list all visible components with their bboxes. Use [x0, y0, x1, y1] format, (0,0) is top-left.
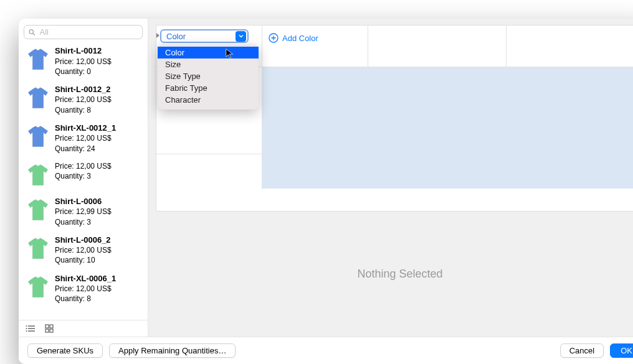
product-name: Shirt-L-0006: [55, 196, 112, 207]
add-color-label: Add Color: [282, 34, 318, 43]
shirt-icon: [25, 274, 51, 301]
sidebar-bottom: [19, 320, 148, 337]
product-price: Price: 12,00 US$: [55, 284, 116, 294]
shirt-icon: [25, 124, 51, 150]
svg-rect-8: [45, 325, 49, 328]
product-name: Shirt-L-0012_2: [55, 84, 112, 95]
apply-quantities-button[interactable]: Apply Remaining Quantities…: [109, 343, 236, 358]
svg-point-6: [26, 328, 27, 329]
product-item[interactable]: Shirt-L-0012Price: 12,00 US$Quantity: 0: [21, 43, 145, 82]
grid-footer-left: [156, 154, 262, 189]
dropdown-selected-label: Color: [166, 32, 186, 41]
shirt-icon: [25, 162, 51, 189]
shirt-icon: [25, 85, 51, 111]
dialog-window: Shirt-L-0012Price: 12,00 US$Quantity: 0S…: [19, 19, 633, 364]
product-quantity: Quantity: 8: [55, 105, 112, 115]
svg-point-0: [29, 29, 33, 33]
product-item[interactable]: Shirt-XL-0012_1Price: 12,00 US$Quantity:…: [21, 120, 145, 159]
product-info: Shirt-L-0006Price: 12,99 US$Quantity: 3: [55, 196, 112, 227]
grid-footer-selection[interactable]: [262, 154, 633, 189]
dropdown-option[interactable]: Fabric Type: [158, 82, 259, 94]
grid-header-spacer-2: [507, 26, 634, 67]
grid-header-spacer-1: [368, 26, 507, 67]
product-price: Price: 12,00 US$: [55, 95, 112, 105]
product-item[interactable]: Price: 12,00 US$Quantity: 3: [21, 159, 145, 194]
dropdown-option[interactable]: Size Type: [158, 70, 259, 82]
product-price: Price: 12,00 US$: [55, 57, 112, 67]
search-input[interactable]: [40, 27, 138, 37]
dropdown-option[interactable]: Character: [158, 94, 259, 106]
triangle-icon: [156, 33, 159, 38]
grid-row-header: Color ColorSizeSize TypeFabric TypeChara…: [156, 26, 633, 67]
svg-rect-9: [50, 325, 53, 328]
add-color-button[interactable]: Add Color: [269, 33, 318, 43]
product-info: Price: 12,00 US$Quantity: 3: [55, 161, 112, 181]
search-box[interactable]: [24, 25, 143, 39]
attribute-dropdown-cell: Color ColorSizeSize TypeFabric TypeChara…: [156, 26, 262, 67]
footer: Generate SKUs Apply Remaining Quantities…: [19, 337, 633, 364]
nothing-selected-label: Nothing Selected: [357, 268, 442, 281]
shirt-icon: [25, 197, 51, 223]
variant-grid: Color ColorSizeSize TypeFabric TypeChara…: [156, 25, 633, 212]
search-icon: [28, 28, 36, 37]
product-price: Price: 12,00 US$: [55, 245, 112, 255]
sidebar: Shirt-L-0012Price: 12,00 US$Quantity: 0S…: [19, 19, 148, 337]
product-info: Shirt-XL-0012_1Price: 12,00 US$Quantity:…: [55, 123, 116, 154]
product-info: Shirt-L-0012Price: 12,00 US$Quantity: 0: [55, 45, 112, 77]
svg-point-7: [26, 330, 27, 332]
product-price: Price: 12,00 US$: [55, 133, 116, 143]
generate-skus-button[interactable]: Generate SKUs: [27, 343, 103, 358]
product-quantity: Quantity: 24: [55, 144, 116, 154]
cancel-button[interactable]: Cancel: [560, 343, 604, 358]
svg-rect-11: [50, 329, 53, 332]
product-name: Shirt-L-0012: [55, 45, 112, 57]
add-color-cell: Add Color: [262, 26, 368, 67]
list-view-button[interactable]: [24, 323, 37, 334]
attribute-dropdown[interactable]: Color: [160, 29, 249, 43]
dropdown-option[interactable]: Size: [158, 58, 259, 70]
product-price: Price: 12,99 US$: [55, 207, 112, 217]
svg-point-5: [26, 325, 27, 327]
detail-pane: Nothing Selected: [156, 212, 633, 337]
grid-body-selection[interactable]: [262, 67, 633, 154]
svg-line-1: [33, 33, 35, 35]
product-quantity: Quantity: 8: [55, 294, 116, 304]
product-quantity: Quantity: 3: [55, 217, 112, 227]
product-info: Shirt-L-0012_2Price: 12,00 US$Quantity: …: [55, 84, 112, 115]
product-info: Shirt-XL-0006_1Price: 12,00 US$Quantity:…: [55, 273, 116, 304]
product-price: Price: 12,00 US$: [55, 161, 112, 171]
product-name: Shirt-L-0006_2: [55, 235, 112, 246]
product-name: Shirt-XL-0012_1: [55, 123, 116, 134]
shirt-icon: [25, 236, 51, 262]
chevron-down-icon: [236, 31, 246, 42]
product-quantity: Quantity: 3: [55, 171, 112, 181]
product-item[interactable]: Shirt-L-0006_2Price: 12,00 US$Quantity: …: [21, 232, 145, 271]
product-quantity: Quantity: 10: [55, 255, 112, 265]
dropdown-option[interactable]: Color: [158, 47, 259, 58]
product-item[interactable]: Shirt-L-0006Price: 12,99 US$Quantity: 3: [21, 194, 145, 232]
plus-circle-icon: [269, 33, 278, 43]
shirt-icon: [25, 47, 51, 73]
main-area: Color ColorSizeSize TypeFabric TypeChara…: [148, 19, 633, 337]
svg-rect-10: [45, 329, 49, 332]
grid-row-footer: [156, 154, 633, 189]
attribute-dropdown-menu[interactable]: ColorSizeSize TypeFabric TypeCharacter: [158, 44, 259, 110]
product-item[interactable]: Shirt-XL-0006_1Price: 12,00 US$Quantity:…: [21, 271, 145, 309]
product-list[interactable]: Shirt-L-0012Price: 12,00 US$Quantity: 0S…: [19, 43, 148, 320]
product-info: Shirt-L-0006_2Price: 12,00 US$Quantity: …: [55, 235, 112, 266]
ok-button[interactable]: OK: [610, 343, 633, 358]
content-area: Shirt-L-0012Price: 12,00 US$Quantity: 0S…: [19, 19, 633, 337]
product-item[interactable]: Shirt-L-0012_2Price: 12,00 US$Quantity: …: [21, 82, 145, 120]
cursor-icon: [225, 48, 236, 59]
product-name: Shirt-XL-0006_1: [55, 273, 116, 284]
search-wrap: [19, 19, 148, 43]
product-quantity: Quantity: 0: [55, 67, 112, 77]
grid-view-button[interactable]: [42, 323, 56, 334]
